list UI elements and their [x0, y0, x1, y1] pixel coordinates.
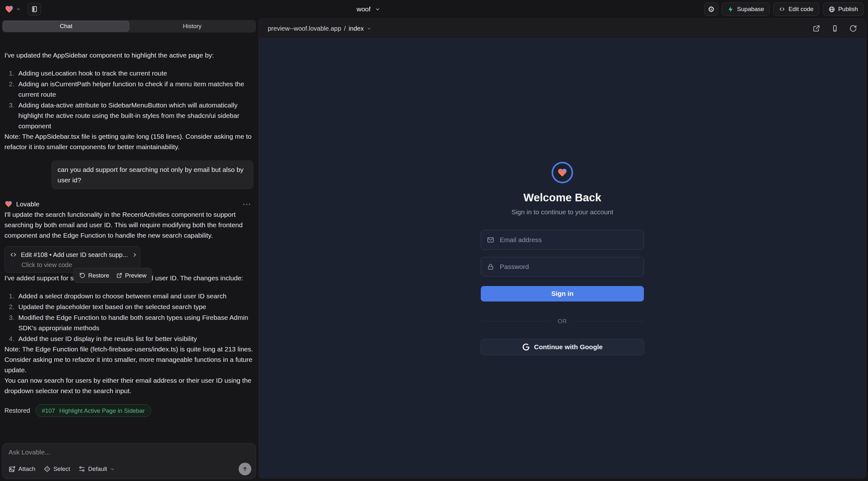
edit-version-card[interactable]: Edit #108 • Add user ID search supp... C… [4, 246, 141, 273]
project-switcher[interactable]: woof [356, 0, 380, 18]
assistant-ordered-list: Adding useLocation hook to track the cur… [4, 68, 253, 131]
workspace-chevron-icon[interactable] [16, 7, 21, 11]
mode-label: Default [88, 466, 107, 473]
edit-card-subtitle: Click to view code [22, 261, 135, 269]
open-in-new-tab-button[interactable] [813, 25, 820, 32]
chat-message-list[interactable]: I've updated the AppSidebar component to… [0, 50, 258, 441]
project-name: woof [356, 5, 370, 13]
restore-button[interactable]: Restore [79, 270, 110, 281]
version-title: Highlight Active Page in Sidebar [59, 406, 145, 416]
topbar-actions: ⚙ Supabase Edit code Publish [704, 3, 864, 16]
publish-label: Publish [838, 6, 858, 13]
assistant-name: Lovable [16, 199, 39, 209]
heart-logo-icon [557, 167, 568, 178]
chevron-right-icon [132, 252, 138, 258]
select-target-icon [43, 466, 51, 473]
list-item: Adding useLocation hook to track the cur… [4, 68, 253, 78]
tab-chat[interactable]: Chat [3, 21, 129, 32]
chat-history-tabbar: Chat History [2, 20, 256, 33]
sign-in-button[interactable]: Sign in [481, 286, 644, 301]
list-item: Adding data-active attribute to SidebarM… [4, 100, 253, 131]
envelope-icon [487, 236, 494, 244]
refresh-button[interactable] [849, 25, 857, 32]
edit-card-actions: Restore Preview [74, 268, 152, 283]
brand-group [4, 3, 41, 15]
composer: Attach Select [2, 443, 256, 479]
composer-toolbar: Attach Select [8, 463, 251, 475]
list-item: Added a select dropdown to choose betwee… [4, 291, 253, 301]
assistant-header-row: Lovable ⋯ [4, 199, 253, 209]
lock-icon [487, 263, 494, 270]
user-message-row: can you add support for searching not on… [4, 160, 253, 189]
select-label: Select [54, 466, 70, 473]
auth-card: Welcome Back Sign in to continue to your… [481, 162, 644, 355]
select-button[interactable]: Select [43, 466, 70, 473]
user-message-bubble: can you add support for searching not on… [51, 160, 253, 189]
list-item: Modified the Edge Function to handle bot… [4, 312, 253, 333]
app-logo-ring [552, 162, 573, 183]
google-g-icon [522, 343, 529, 351]
preview-url-dropdown[interactable]: preview--woof.lovable.app / index [268, 25, 371, 32]
mobile-view-button[interactable] [831, 25, 839, 32]
attach-button[interactable]: Attach [8, 466, 35, 473]
tab-chat-label: Chat [60, 23, 72, 30]
assistant-paragraph: Note: The Edge Function file (fetch-fire… [4, 344, 253, 375]
chevron-down-icon [367, 26, 371, 31]
assistant-paragraph: Note: The AppSidebar.tsx file is getting… [4, 131, 253, 152]
sidebar-toggle-button[interactable] [28, 3, 41, 15]
page-subtitle: Sign in to continue to your account [512, 208, 613, 216]
preview-label: Preview [125, 270, 147, 281]
project-chevron-icon [375, 7, 380, 12]
preview-page-name: index [349, 25, 364, 32]
sliders-icon [79, 466, 85, 473]
page-title: Welcome Back [523, 191, 601, 204]
path-separator: / [344, 25, 346, 32]
chat-input[interactable] [8, 448, 242, 456]
edit-code-button[interactable]: Edit code [773, 3, 819, 16]
preview-header: preview--woof.lovable.app / index [259, 19, 866, 38]
message-menu-button[interactable]: ⋯ [243, 201, 251, 207]
attach-label: Attach [18, 466, 35, 473]
list-item: Updated the placeholder text based on th… [4, 301, 253, 312]
lovable-heart-avatar [4, 200, 13, 208]
external-link-icon [116, 272, 122, 279]
email-field[interactable] [499, 236, 638, 244]
lovable-heart-logo[interactable] [4, 5, 14, 13]
attach-image-icon [8, 466, 16, 473]
assistant-paragraph: I've updated the AppSidebar component to… [4, 50, 253, 60]
assistant-paragraph: I'll update the search functionality in … [4, 209, 253, 241]
supabase-bolt-icon [727, 6, 734, 13]
tab-history[interactable]: History [129, 21, 255, 32]
code-brackets-icon [779, 6, 785, 12]
code-brackets-icon [10, 251, 17, 258]
chat-panel: Chat History I've updated the AppSidebar… [0, 18, 258, 481]
send-button[interactable] [239, 463, 251, 475]
assistant-ordered-list: Added a select dropdown to choose betwee… [4, 291, 253, 344]
globe-icon [829, 6, 835, 13]
preview-panel: preview--woof.lovable.app / index [258, 18, 866, 478]
supabase-button[interactable]: Supabase [722, 3, 770, 16]
restored-label: Restored [4, 406, 30, 416]
preview-button[interactable]: Preview [116, 270, 147, 281]
preview-viewport: Welcome Back Sign in to continue to your… [259, 38, 866, 478]
edit-code-label: Edit code [788, 6, 813, 13]
restored-row: Restored #107 Highlight Active Page in S… [4, 404, 253, 417]
preview-domain: preview--woof.lovable.app [268, 25, 341, 32]
settings-button[interactable]: ⚙ [704, 3, 718, 16]
password-field[interactable] [499, 263, 638, 271]
restore-icon [79, 272, 85, 279]
mode-dropdown[interactable]: Default [79, 466, 115, 473]
continue-with-google-button[interactable]: Continue with Google [480, 339, 644, 355]
preview-header-actions [813, 25, 857, 32]
publish-button[interactable]: Publish [823, 3, 864, 16]
google-label: Continue with Google [534, 343, 603, 351]
edit-card-title: Edit #108 • Add user ID search supp... [21, 251, 128, 259]
edit-card-header: Edit #108 • Add user ID search supp... [10, 251, 135, 259]
or-label: OR [558, 318, 567, 325]
restore-label: Restore [88, 270, 110, 281]
password-field-wrapper [481, 257, 644, 277]
version-number: #107 [42, 406, 55, 416]
top-bar: woof ⚙ Supabase Edit code Publish [0, 0, 868, 18]
arrow-up-icon [242, 466, 248, 472]
restored-version-badge[interactable]: #107 Highlight Active Page in Sidebar [35, 404, 151, 417]
